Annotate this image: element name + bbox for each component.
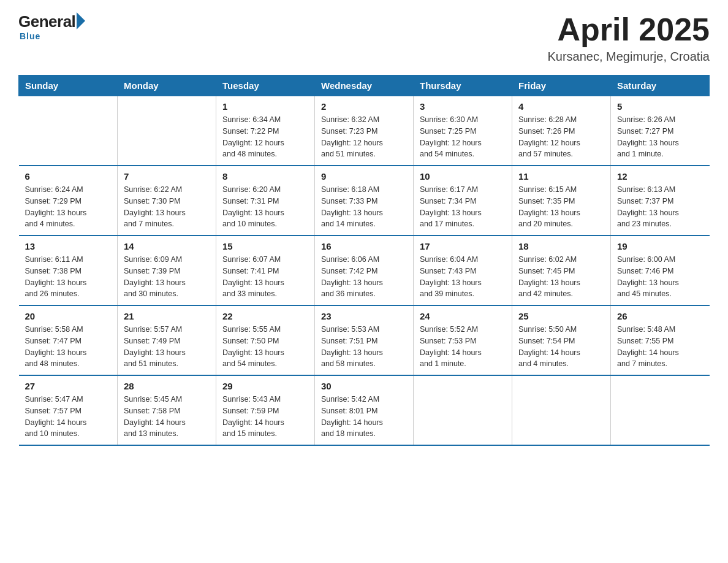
day-info: Sunrise: 5:58 AM Sunset: 7:47 PM Dayligh… (25, 324, 112, 370)
calendar-cell: 19Sunrise: 6:00 AM Sunset: 7:46 PM Dayli… (611, 236, 710, 305)
day-number: 6 (25, 171, 112, 182)
day-info: Sunrise: 5:48 AM Sunset: 7:55 PM Dayligh… (617, 324, 703, 370)
calendar-cell: 9Sunrise: 6:18 AM Sunset: 7:33 PM Daylig… (315, 166, 414, 236)
day-info: Sunrise: 5:43 AM Sunset: 7:59 PM Dayligh… (222, 394, 308, 440)
logo-general-text: General (18, 12, 75, 31)
calendar-header-row: SundayMondayTuesdayWednesdayThursdayFrid… (19, 75, 710, 96)
day-info: Sunrise: 6:34 AM Sunset: 7:22 PM Dayligh… (222, 114, 308, 160)
calendar-cell: 7Sunrise: 6:22 AM Sunset: 7:30 PM Daylig… (118, 166, 216, 236)
day-number: 10 (420, 171, 506, 182)
day-number: 8 (222, 171, 308, 182)
calendar-cell: 27Sunrise: 5:47 AM Sunset: 7:57 PM Dayli… (19, 375, 118, 445)
day-info: Sunrise: 6:11 AM Sunset: 7:38 PM Dayligh… (25, 254, 112, 300)
calendar-cell: 28Sunrise: 5:45 AM Sunset: 7:58 PM Dayli… (118, 375, 216, 445)
calendar-cell: 20Sunrise: 5:58 AM Sunset: 7:47 PM Dayli… (19, 305, 118, 375)
calendar-cell: 15Sunrise: 6:07 AM Sunset: 7:41 PM Dayli… (216, 236, 315, 305)
day-number: 18 (518, 241, 604, 251)
day-number: 17 (420, 241, 506, 251)
day-number: 11 (518, 171, 604, 182)
calendar-cell: 5Sunrise: 6:26 AM Sunset: 7:27 PM Daylig… (611, 96, 710, 166)
calendar-week-row: 6Sunrise: 6:24 AM Sunset: 7:29 PM Daylig… (19, 166, 710, 236)
day-number: 16 (321, 241, 407, 251)
calendar-cell (414, 375, 512, 445)
day-number: 7 (124, 171, 210, 182)
day-info: Sunrise: 6:26 AM Sunset: 7:27 PM Dayligh… (617, 114, 703, 160)
day-info: Sunrise: 5:47 AM Sunset: 7:57 PM Dayligh… (25, 394, 112, 440)
calendar-week-row: 13Sunrise: 6:11 AM Sunset: 7:38 PM Dayli… (19, 236, 710, 305)
day-info: Sunrise: 6:02 AM Sunset: 7:45 PM Dayligh… (518, 254, 604, 300)
day-info: Sunrise: 5:53 AM Sunset: 7:51 PM Dayligh… (321, 324, 407, 370)
day-number: 30 (321, 381, 407, 391)
day-number: 15 (222, 241, 308, 251)
calendar-cell: 26Sunrise: 5:48 AM Sunset: 7:55 PM Dayli… (611, 305, 710, 375)
calendar-cell (512, 375, 611, 445)
page-header: General Blue April 2025 Kursanec, Megimu… (18, 12, 710, 64)
day-number: 25 (518, 311, 604, 321)
calendar-cell: 1Sunrise: 6:34 AM Sunset: 7:22 PM Daylig… (216, 96, 315, 166)
calendar-cell: 18Sunrise: 6:02 AM Sunset: 7:45 PM Dayli… (512, 236, 611, 305)
calendar-header-thursday: Thursday (414, 75, 512, 96)
calendar-cell: 25Sunrise: 5:50 AM Sunset: 7:54 PM Dayli… (512, 305, 611, 375)
day-info: Sunrise: 6:32 AM Sunset: 7:23 PM Dayligh… (321, 114, 407, 160)
calendar-cell: 16Sunrise: 6:06 AM Sunset: 7:42 PM Dayli… (315, 236, 414, 305)
day-number: 27 (25, 381, 112, 391)
day-number: 4 (518, 101, 604, 112)
day-info: Sunrise: 6:24 AM Sunset: 7:29 PM Dayligh… (25, 184, 112, 230)
day-info: Sunrise: 6:15 AM Sunset: 7:35 PM Dayligh… (518, 184, 604, 230)
day-number: 3 (420, 101, 506, 112)
calendar-header-monday: Monday (118, 75, 216, 96)
calendar-cell: 21Sunrise: 5:57 AM Sunset: 7:49 PM Dayli… (118, 305, 216, 375)
calendar-cell: 22Sunrise: 5:55 AM Sunset: 7:50 PM Dayli… (216, 305, 315, 375)
day-number: 23 (321, 311, 407, 321)
location-subtitle: Kursanec, Megimurje, Croatia (547, 50, 710, 64)
day-number: 19 (617, 241, 703, 251)
day-info: Sunrise: 6:06 AM Sunset: 7:42 PM Dayligh… (321, 254, 407, 300)
month-year-title: April 2025 (547, 12, 710, 47)
day-number: 29 (222, 381, 308, 391)
calendar-cell: 4Sunrise: 6:28 AM Sunset: 7:26 PM Daylig… (512, 96, 611, 166)
calendar-cell: 17Sunrise: 6:04 AM Sunset: 7:43 PM Dayli… (414, 236, 512, 305)
day-info: Sunrise: 5:57 AM Sunset: 7:49 PM Dayligh… (124, 324, 210, 370)
day-number: 12 (617, 171, 703, 182)
calendar-cell (118, 96, 216, 166)
day-number: 26 (617, 311, 703, 321)
calendar-week-row: 20Sunrise: 5:58 AM Sunset: 7:47 PM Dayli… (19, 305, 710, 375)
calendar-cell: 23Sunrise: 5:53 AM Sunset: 7:51 PM Dayli… (315, 305, 414, 375)
calendar-header-tuesday: Tuesday (216, 75, 315, 96)
day-info: Sunrise: 5:50 AM Sunset: 7:54 PM Dayligh… (518, 324, 604, 370)
calendar-cell: 10Sunrise: 6:17 AM Sunset: 7:34 PM Dayli… (414, 166, 512, 236)
calendar-cell: 12Sunrise: 6:13 AM Sunset: 7:37 PM Dayli… (611, 166, 710, 236)
day-number: 5 (617, 101, 703, 112)
calendar-cell: 29Sunrise: 5:43 AM Sunset: 7:59 PM Dayli… (216, 375, 315, 445)
calendar-cell (611, 375, 710, 445)
day-info: Sunrise: 6:17 AM Sunset: 7:34 PM Dayligh… (420, 184, 506, 230)
calendar-cell: 30Sunrise: 5:42 AM Sunset: 8:01 PM Dayli… (315, 375, 414, 445)
calendar-table: SundayMondayTuesdayWednesdayThursdayFrid… (18, 75, 710, 446)
calendar-cell: 8Sunrise: 6:20 AM Sunset: 7:31 PM Daylig… (216, 166, 315, 236)
day-info: Sunrise: 6:18 AM Sunset: 7:33 PM Dayligh… (321, 184, 407, 230)
day-number: 9 (321, 171, 407, 182)
calendar-cell (19, 96, 118, 166)
calendar-cell: 6Sunrise: 6:24 AM Sunset: 7:29 PM Daylig… (19, 166, 118, 236)
day-info: Sunrise: 6:28 AM Sunset: 7:26 PM Dayligh… (518, 114, 604, 160)
day-info: Sunrise: 6:07 AM Sunset: 7:41 PM Dayligh… (222, 254, 308, 300)
calendar-week-row: 27Sunrise: 5:47 AM Sunset: 7:57 PM Dayli… (19, 375, 710, 445)
day-number: 24 (420, 311, 506, 321)
logo-triangle-icon (77, 12, 85, 29)
logo-blue-text: Blue (20, 31, 40, 41)
day-number: 13 (25, 241, 112, 251)
calendar-header-saturday: Saturday (611, 75, 710, 96)
calendar-cell: 11Sunrise: 6:15 AM Sunset: 7:35 PM Dayli… (512, 166, 611, 236)
day-number: 14 (124, 241, 210, 251)
day-number: 28 (124, 381, 210, 391)
day-number: 22 (222, 311, 308, 321)
day-info: Sunrise: 6:30 AM Sunset: 7:25 PM Dayligh… (420, 114, 506, 160)
day-info: Sunrise: 5:52 AM Sunset: 7:53 PM Dayligh… (420, 324, 506, 370)
day-info: Sunrise: 5:42 AM Sunset: 8:01 PM Dayligh… (321, 394, 407, 440)
day-number: 1 (222, 101, 308, 112)
calendar-header-friday: Friday (512, 75, 611, 96)
day-info: Sunrise: 5:55 AM Sunset: 7:50 PM Dayligh… (222, 324, 308, 370)
day-number: 21 (124, 311, 210, 321)
calendar-cell: 14Sunrise: 6:09 AM Sunset: 7:39 PM Dayli… (118, 236, 216, 305)
calendar-week-row: 1Sunrise: 6:34 AM Sunset: 7:22 PM Daylig… (19, 96, 710, 166)
